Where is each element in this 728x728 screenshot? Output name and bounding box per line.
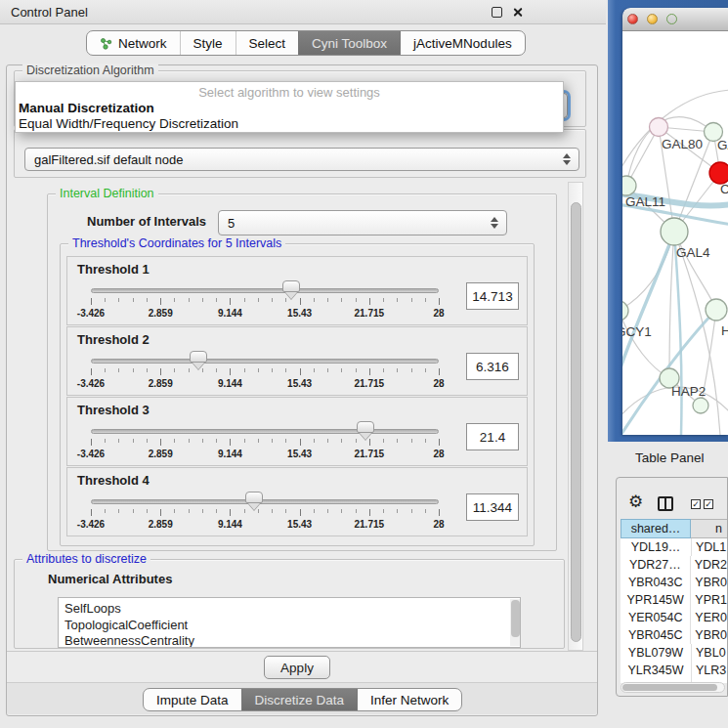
cell-shared-name[interactable]: YDR27… bbox=[621, 556, 690, 574]
slider-tick bbox=[244, 509, 245, 513]
network-node[interactable] bbox=[706, 299, 727, 321]
algorithm-dropdown-popup: Select algorithm to view settings Manual… bbox=[15, 81, 564, 133]
slider-track[interactable] bbox=[91, 499, 439, 504]
table-row[interactable]: YER054C YER0 bbox=[621, 609, 727, 626]
threshold-slider[interactable]: -3.4262.8599.14415.4321.71528 bbox=[67, 490, 462, 535]
tab[interactable]: Impute Data bbox=[144, 689, 241, 710]
tab[interactable]: Select bbox=[236, 31, 299, 55]
scrollbar-thumb[interactable] bbox=[571, 202, 581, 642]
cell-shared-name[interactable]: YPR145W bbox=[621, 591, 690, 609]
cell-shared-name[interactable]: YBL079W bbox=[621, 644, 691, 662]
slider-tick bbox=[285, 368, 286, 372]
table-data-combobox[interactable]: galFiltered.sif default node bbox=[24, 148, 579, 171]
table-row[interactable]: YPR145W YPR1 bbox=[621, 591, 727, 609]
slider-tick bbox=[189, 298, 190, 302]
table-row[interactable]: YBR043C YBR0 bbox=[621, 574, 727, 591]
threshold-value-field[interactable]: 14.713 bbox=[466, 282, 519, 310]
apply-button[interactable]: Apply bbox=[264, 656, 330, 679]
tab[interactable]: Infer Network bbox=[357, 689, 461, 710]
cell-shared-name[interactable]: YBR045C bbox=[621, 626, 690, 644]
attribute-list-item[interactable]: BetweennessCentrality bbox=[59, 633, 520, 648]
cell-name[interactable]: YBL0 bbox=[691, 644, 727, 662]
table-horizontal-scrollbar[interactable] bbox=[621, 682, 725, 693]
tab[interactable]: Network bbox=[87, 31, 180, 55]
table-row[interactable]: YDL19… YDL1 bbox=[621, 538, 727, 556]
network-window-titlebar[interactable] bbox=[622, 8, 728, 31]
slider-thumb[interactable] bbox=[245, 492, 263, 503]
dropdown-option[interactable]: Equal Width/Frequency Discretization bbox=[16, 116, 563, 132]
slider-track[interactable] bbox=[91, 288, 439, 293]
cell-name[interactable]: YPR1 bbox=[690, 591, 727, 609]
network-node[interactable] bbox=[661, 218, 688, 245]
cell-name[interactable]: YER0 bbox=[690, 609, 727, 626]
threshold-value-field[interactable]: 6.316 bbox=[466, 353, 519, 380]
numerical-attributes-list[interactable]: SelfLoops TopologicalCoefficient Between… bbox=[58, 597, 521, 648]
cell-name[interactable]: YBR0 bbox=[690, 574, 727, 591]
tab[interactable]: Cyni Toolbox bbox=[298, 31, 400, 55]
interval-definition-group: Interval Definition Number of Intervals … bbox=[47, 193, 557, 551]
panel-vertical-scrollbar[interactable] bbox=[568, 182, 583, 651]
float-window-icon[interactable] bbox=[492, 7, 502, 18]
number-of-intervals-spinner[interactable]: 5 bbox=[218, 210, 507, 236]
slider-track[interactable] bbox=[91, 429, 439, 434]
slider-scale-label: 28 bbox=[433, 378, 444, 389]
minimize-traffic-light-icon[interactable] bbox=[647, 14, 658, 24]
slider-ticks bbox=[67, 368, 462, 377]
cell-shared-name[interactable]: YBR043C bbox=[621, 574, 690, 591]
checkbox-icon[interactable]: ✓ bbox=[691, 499, 701, 509]
network-canvas[interactable]: GAL80GACGAL11GAL4GCY1HHAP2 bbox=[622, 31, 728, 435]
up-down-arrows-icon[interactable] bbox=[490, 217, 498, 229]
cell-shared-name[interactable]: YDL19… bbox=[621, 538, 691, 556]
slider-track[interactable] bbox=[91, 359, 439, 364]
checkbox-icon[interactable]: ✓ bbox=[704, 499, 713, 509]
tab[interactable]: jActiveMNodules bbox=[400, 31, 525, 55]
attributes-list-scrollbar[interactable] bbox=[510, 599, 520, 646]
network-node[interactable] bbox=[622, 176, 636, 195]
tab[interactable]: Style bbox=[180, 31, 236, 55]
table-row[interactable]: YBR045C YBR0 bbox=[621, 626, 727, 644]
table-row[interactable]: YDR27… YDR2 bbox=[621, 556, 727, 574]
slider-thumb[interactable] bbox=[190, 351, 207, 363]
column-header-shared-name[interactable]: shared… bbox=[621, 519, 691, 538]
close-icon[interactable] bbox=[511, 6, 524, 19]
threshold-slider[interactable]: -3.4262.8599.14415.4321.71528 bbox=[67, 419, 462, 464]
cell-name[interactable]: YDL1 bbox=[691, 538, 727, 556]
network-node[interactable] bbox=[650, 118, 668, 137]
threshold-value-field[interactable]: 11.344 bbox=[466, 493, 519, 521]
table-row[interactable]: YBL079W YBL0 bbox=[621, 644, 727, 662]
slider-tick bbox=[341, 368, 342, 372]
attribute-list-item[interactable]: SelfLoops bbox=[59, 601, 520, 618]
column-header-name[interactable]: n bbox=[691, 519, 727, 538]
split-pane-icon[interactable] bbox=[658, 496, 673, 511]
up-down-arrows-icon[interactable] bbox=[562, 153, 571, 165]
threshold-slider[interactable]: -3.4262.8599.14415.4321.71528 bbox=[67, 278, 462, 323]
slider-thumb[interactable] bbox=[282, 280, 300, 292]
tab[interactable]: Discretize Data bbox=[241, 689, 358, 710]
dropdown-option[interactable]: Manual Discretization bbox=[16, 101, 563, 116]
cell-name[interactable]: YLR3 bbox=[691, 662, 727, 679]
network-canvas-container[interactable]: GAL80GACGAL11GAL4GCY1HHAP2 bbox=[622, 31, 728, 435]
threshold-slider[interactable]: -3.4262.8599.14415.4321.71528 bbox=[67, 349, 462, 394]
table-row[interactable]: YLR345W YLR3 bbox=[621, 662, 727, 679]
network-node[interactable] bbox=[709, 162, 728, 184]
scrollbar-thumb[interactable] bbox=[511, 600, 520, 637]
scrollbar-thumb[interactable] bbox=[622, 684, 717, 691]
cell-name[interactable]: YDR2 bbox=[690, 556, 727, 574]
slider-tick bbox=[147, 439, 148, 443]
bottom-tabs: Impute Data Discretize Data Infer Networ… bbox=[143, 688, 462, 711]
number-of-intervals-value: 5 bbox=[228, 216, 235, 231]
zoom-traffic-light-icon[interactable] bbox=[666, 14, 677, 24]
gear-icon[interactable]: ⚙ bbox=[628, 493, 643, 510]
threshold-value-field[interactable]: 21.4 bbox=[466, 423, 519, 450]
tab-label: Cyni Toolbox bbox=[312, 36, 387, 51]
cell-shared-name[interactable]: YLR345W bbox=[621, 662, 691, 679]
cell-name[interactable]: YBR0 bbox=[690, 626, 727, 644]
slider-thumb[interactable] bbox=[357, 421, 374, 433]
attribute-list-item[interactable]: TopologicalCoefficient bbox=[59, 618, 520, 634]
close-traffic-light-icon[interactable] bbox=[627, 14, 638, 24]
cell-shared-name[interactable]: YER054C bbox=[621, 609, 690, 626]
network-node[interactable] bbox=[693, 398, 708, 413]
tab-label: Style bbox=[193, 36, 223, 51]
number-of-intervals-label: Number of Intervals bbox=[87, 214, 206, 229]
network-node[interactable] bbox=[622, 301, 628, 321]
